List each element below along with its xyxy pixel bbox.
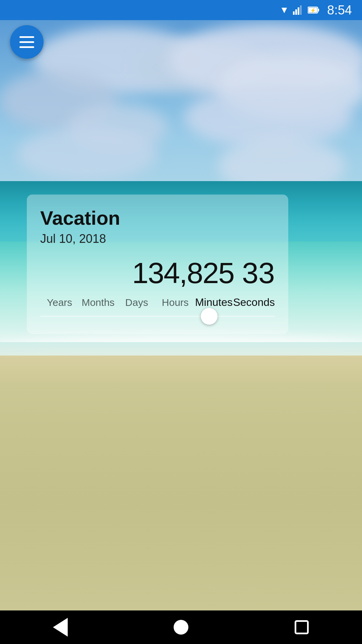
counter-secondary-value: 33 (242, 256, 275, 290)
slider-container[interactable] (40, 315, 275, 317)
unit-hours[interactable]: Hours (156, 297, 194, 308)
event-title: Vacation (40, 207, 275, 229)
event-date: Jul 10, 2018 (40, 232, 275, 246)
status-icons: ▼ ⚡ 8:54 (280, 3, 352, 17)
wifi-icon: ▼ (280, 5, 289, 15)
slider-track (40, 316, 275, 317)
unit-minutes[interactable]: Minutes (194, 296, 233, 309)
back-icon (53, 618, 68, 637)
hamburger-icon (19, 36, 34, 48)
unit-days[interactable]: Days (117, 297, 156, 308)
event-card: Vacation Jul 10, 2018 134,825 33 Years M… (27, 195, 288, 334)
back-button[interactable] (44, 617, 77, 637)
slider-thumb[interactable] (201, 308, 218, 325)
menu-button[interactable] (10, 25, 44, 59)
counter-display: 134,825 33 (40, 256, 275, 290)
sand-area (0, 356, 362, 644)
svg-rect-5 (318, 9, 319, 11)
unit-years[interactable]: Years (40, 297, 79, 308)
unit-labels[interactable]: Years Months Days Hours Minutes Seconds (40, 296, 275, 309)
signal-icon (293, 5, 304, 15)
home-button[interactable] (164, 617, 198, 637)
svg-rect-1 (295, 9, 297, 15)
battery-charging-icon: ⚡ (308, 5, 320, 15)
svg-rect-2 (298, 7, 299, 15)
nav-bar (0, 610, 362, 644)
cloud-8 (17, 127, 158, 181)
unit-seconds[interactable]: Seconds (233, 296, 275, 309)
recents-icon (295, 620, 309, 634)
unit-months[interactable]: Months (79, 297, 117, 308)
recents-button[interactable] (285, 617, 318, 637)
status-time: 8:54 (327, 3, 352, 17)
svg-rect-3 (300, 5, 302, 15)
svg-text:⚡: ⚡ (310, 8, 316, 13)
sky-area (0, 20, 362, 188)
svg-rect-0 (293, 11, 295, 15)
counter-main-value: 134,825 (132, 256, 234, 290)
status-bar: ▼ ⚡ 8:54 (0, 0, 362, 20)
home-icon (174, 620, 188, 635)
